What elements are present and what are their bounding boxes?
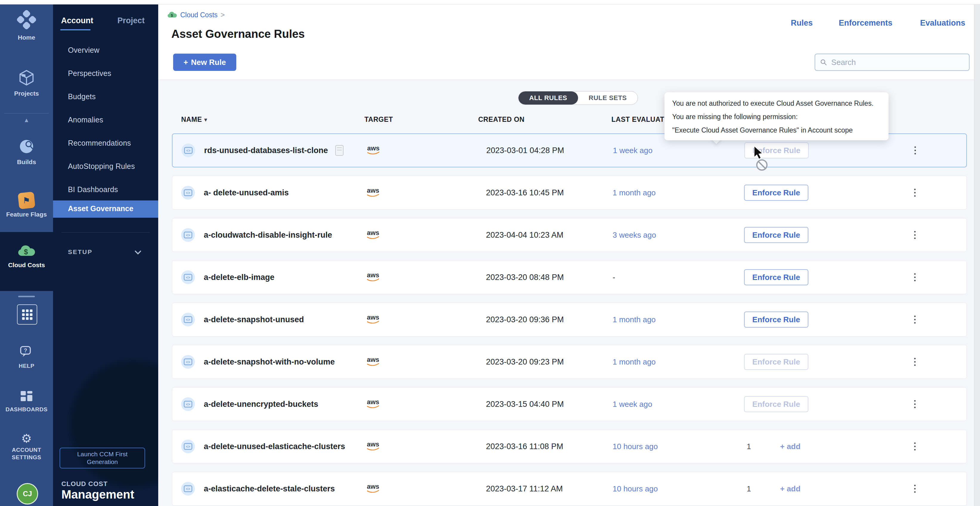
tab-project[interactable]: Project xyxy=(118,16,145,25)
column-header-created-on[interactable]: CREATED ON xyxy=(478,116,524,124)
setup-section-label[interactable]: SETUP xyxy=(68,248,93,255)
created-on: 2023-03-15 04:40 PM xyxy=(486,400,564,409)
breadcrumb[interactable]: $ Cloud Costs > xyxy=(167,11,225,19)
table-row[interactable]: <> a- delete-unused-amis aws 2023-03-16 … xyxy=(172,176,967,210)
kebab-menu[interactable] xyxy=(912,356,918,368)
kebab-menu[interactable] xyxy=(913,145,918,156)
search-box[interactable] xyxy=(815,54,970,71)
last-evaluation[interactable]: 1 month ago xyxy=(612,188,656,197)
rule-name[interactable]: a-delete-unused-elasticache-clusters xyxy=(204,442,345,451)
table-row[interactable]: <> a-delete-snapshot-with-no-volume aws … xyxy=(172,345,967,379)
rule-name[interactable]: a-elasticache-delete-stale-clusters xyxy=(204,484,335,493)
add-enforcement-link[interactable]: + add xyxy=(780,484,801,493)
created-on: 2023-03-20 08:48 PM xyxy=(486,273,564,282)
svg-text:aws: aws xyxy=(367,271,379,279)
kebab-menu[interactable] xyxy=(912,441,918,452)
created-on: 2023-03-20 09:23 PM xyxy=(486,357,564,366)
copy-icon[interactable] xyxy=(335,145,344,156)
sidebar-item-help[interactable]: ? HELP xyxy=(0,346,53,370)
svg-text:aws: aws xyxy=(367,483,379,490)
user-avatar[interactable]: CJ xyxy=(17,483,38,504)
last-evaluation[interactable]: 1 month ago xyxy=(612,357,656,366)
add-enforcement-link[interactable]: + add xyxy=(780,442,801,451)
toggle-rule-sets[interactable]: RULE SETS xyxy=(578,92,638,105)
kebab-menu[interactable] xyxy=(912,187,918,199)
column-header-target[interactable]: TARGET xyxy=(364,116,393,124)
table-row[interactable]: <> a-delete-unused-elasticache-clusters … xyxy=(172,430,967,463)
table-row[interactable]: <> a-delete-unencrypted-buckets aws 2023… xyxy=(172,387,967,421)
enforce-rule-button[interactable]: Enforce Rule xyxy=(744,354,808,370)
enforce-rule-button[interactable]: Enforce Rule xyxy=(744,396,808,412)
rail-drag-handle[interactable] xyxy=(18,296,35,297)
svg-text:aws: aws xyxy=(367,314,379,321)
last-evaluation[interactable]: 1 week ago xyxy=(613,146,652,155)
last-evaluation[interactable]: 1 month ago xyxy=(612,315,656,324)
table-row[interactable]: <> a-delete-elb-image aws 2023-03-20 08:… xyxy=(172,260,967,294)
tab-account[interactable]: Account xyxy=(61,16,93,25)
kebab-menu[interactable] xyxy=(912,314,918,325)
search-input[interactable] xyxy=(831,57,964,67)
created-on: 2023-04-04 10:23 AM xyxy=(486,230,563,240)
last-evaluation[interactable]: 3 weeks ago xyxy=(612,230,656,240)
rule-name[interactable]: a-delete-snapshot-with-no-volume xyxy=(204,357,335,366)
table-row[interactable]: <> a-delete-snapshot-unused aws 2023-03-… xyxy=(172,303,967,336)
plus-icon: + xyxy=(183,58,188,67)
sidebar-watermark xyxy=(65,355,158,493)
kebab-menu[interactable] xyxy=(912,483,918,495)
new-rule-button[interactable]: + New Rule xyxy=(173,54,236,71)
aws-icon: aws xyxy=(365,144,382,157)
rule-name[interactable]: a-delete-elb-image xyxy=(204,273,274,282)
rule-name[interactable]: a-delete-unencrypted-buckets xyxy=(204,400,318,409)
rule-name[interactable]: a-cloudwatch-disable-insight-rule xyxy=(204,230,332,240)
tooltip-line: You are missing the following permission… xyxy=(672,113,881,121)
enforce-rule-button[interactable]: Enforce Rule xyxy=(744,142,809,159)
table-row[interactable]: <> a-elasticache-delete-stale-clusters a… xyxy=(172,472,967,506)
sidebar-item-projects[interactable]: Projects xyxy=(0,69,53,97)
sidebar-item-builds[interactable]: Builds xyxy=(0,138,53,166)
collapse-arrow-icon[interactable]: ▲ xyxy=(0,117,53,124)
module-picker-button[interactable] xyxy=(17,305,37,325)
sidebar-item-autostopping-rules[interactable]: AutoStopping Rules xyxy=(68,162,135,171)
sidebar-item-feature-flags[interactable]: ⚑ Feature Flags xyxy=(0,192,53,218)
rule-name[interactable]: a- delete-unused-amis xyxy=(204,188,289,197)
last-evaluation[interactable]: 10 hours ago xyxy=(612,484,658,493)
sidebar-item-home[interactable]: Home xyxy=(0,9,53,41)
sidebar-item-budgets[interactable]: Budgets xyxy=(68,92,95,101)
chevron-down-icon[interactable] xyxy=(134,248,142,257)
breadcrumb-link[interactable]: Cloud Costs xyxy=(180,11,218,19)
last-evaluation[interactable]: 1 week ago xyxy=(612,400,652,409)
kebab-menu[interactable] xyxy=(912,229,918,241)
rule-name[interactable]: a-delete-snapshot-unused xyxy=(204,315,304,324)
kebab-menu[interactable] xyxy=(912,398,918,410)
aws-icon: aws xyxy=(365,398,382,411)
svg-text:$: $ xyxy=(24,248,28,256)
table-row[interactable]: <> a-cloudwatch-disable-insight-rule aws… xyxy=(172,218,967,252)
scrollbar-track[interactable] xyxy=(974,4,980,506)
last-evaluation[interactable]: - xyxy=(612,273,615,282)
enforce-rule-button[interactable]: Enforce Rule xyxy=(744,227,808,243)
toggle-all-rules[interactable]: ALL RULES xyxy=(519,92,578,105)
column-header-name[interactable]: NAME ▾ xyxy=(181,116,207,124)
sidebar-item-dashboards[interactable]: DASHBOARDS xyxy=(0,390,53,413)
nav-link-evaluations[interactable]: Evaluations xyxy=(920,19,966,28)
kebab-menu[interactable] xyxy=(912,271,918,283)
sidebar-item-recommendations[interactable]: Recommendations xyxy=(68,139,131,148)
last-evaluation[interactable]: 10 hours ago xyxy=(612,442,658,451)
nav-link-rules[interactable]: Rules xyxy=(791,19,813,28)
nav-link-enforcements[interactable]: Enforcements xyxy=(839,19,892,28)
svg-text:<>: <> xyxy=(186,149,190,153)
rule-name[interactable]: rds-unused-databases-list-clone xyxy=(204,146,328,155)
launch-ccm-first-gen-button[interactable]: Launch CCM First Generation xyxy=(60,447,145,468)
sidebar-item-asset-governance-label[interactable]: Asset Governance xyxy=(68,204,134,213)
sidebar-item-overview[interactable]: Overview xyxy=(68,46,100,54)
sidebar-item-anomalies[interactable]: Anomalies xyxy=(68,116,103,124)
sidebar-item-perspectives[interactable]: Perspectives xyxy=(68,69,111,78)
sidebar-item-cloud-costs[interactable]: $ Cloud Costs xyxy=(0,244,53,269)
sidebar-item-account-settings[interactable]: ⚙ ACCOUNT SETTINGS xyxy=(0,432,53,461)
sidebar-item-bi-dashboards[interactable]: BI Dashboards xyxy=(68,185,118,194)
tooltip-line: "Execute Cloud Asset Governance Rules" i… xyxy=(672,126,881,134)
enforce-rule-button[interactable]: Enforce Rule xyxy=(744,269,808,285)
main-content: $ Cloud Costs > Asset Governance Rules R… xyxy=(158,4,980,506)
enforce-rule-button[interactable]: Enforce Rule xyxy=(744,185,808,201)
enforce-rule-button[interactable]: Enforce Rule xyxy=(744,311,808,328)
